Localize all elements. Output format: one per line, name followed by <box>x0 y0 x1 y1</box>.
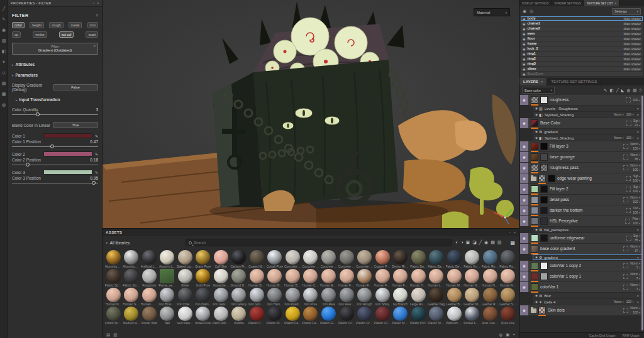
effect-visibility-toggle[interactable]: ◉ <box>535 294 538 297</box>
material-item[interactable]: Concrete B... <box>284 250 302 269</box>
effect-visibility-toggle[interactable]: ◉ <box>535 107 538 110</box>
material-item[interactable]: Iron Pure <box>302 288 320 307</box>
close-tab-icon[interactable]: × <box>541 80 543 84</box>
blend-mode-dropdown[interactable]: Pthr ▾ <box>632 217 640 221</box>
layer-mask-thumbnail[interactable] <box>540 234 548 242</box>
eye-icon[interactable]: ◉ <box>523 57 525 61</box>
material-item[interactable]: Fabric Rou... <box>499 250 517 269</box>
layer-mask-thumbnail[interactable] <box>540 217 548 225</box>
material-item[interactable]: Human La... <box>427 269 445 288</box>
layer-row[interactable]: ◉ ◧ Stylized_Shading Norm ▾ 100 ▾ <box>533 112 642 117</box>
delete-layer-icon[interactable]: ▯ <box>639 88 641 93</box>
material-item[interactable]: Plastic Grid... <box>374 307 392 325</box>
opacity-dropdown[interactable]: 100 ▾ <box>633 146 640 151</box>
material-item[interactable]: Plastic Dia... <box>266 307 284 325</box>
remove-effect-button[interactable]: × <box>636 107 639 111</box>
panel-tab[interactable]: TEXTURE SET LIST × <box>584 0 619 6</box>
material-item[interactable]: Human Fo... <box>391 269 409 288</box>
material-item[interactable]: Rama_vert... <box>158 269 177 288</box>
color-quantity-slider[interactable] <box>12 112 98 117</box>
material-item[interactable]: Iron Raw ... <box>338 288 356 307</box>
material-item[interactable]: Iron Ham... <box>266 288 284 307</box>
layers-scrollbar[interactable] <box>641 95 643 330</box>
material-item[interactable]: Iron Chain... <box>176 288 194 307</box>
parameters-section-header[interactable]: ▾ Parameters <box>12 73 98 77</box>
material-item[interactable]: Human Sh... <box>123 288 141 307</box>
color-position-slider[interactable] <box>12 163 98 167</box>
asset-filter-icon[interactable]: ◉ <box>484 240 488 245</box>
asset-filter-icon[interactable]: ◐ <box>455 240 458 245</box>
material-item[interactable]: Human M... <box>445 269 464 288</box>
blend-mode-dropdown[interactable]: Norm ▾ <box>630 261 640 266</box>
opacity-dropdown[interactable]: 7 ▾ <box>636 266 640 270</box>
tool-icon[interactable]: ✦ <box>2 60 6 64</box>
tool-icon[interactable]: ◇ <box>2 70 5 75</box>
slider-knob[interactable] <box>26 163 30 166</box>
layer-row[interactable]: ◉ ⚙ Blur × <box>533 293 642 298</box>
material-item[interactable]: Human Wr... <box>140 288 158 307</box>
layer-visibility-toggle[interactable]: ◉ <box>520 95 528 105</box>
material-item[interactable]: Human Ey... <box>319 269 338 288</box>
dock-panel-icon[interactable]: ▫ <box>509 231 510 234</box>
material-item[interactable]: Iron Grainy <box>230 288 248 307</box>
channel-button[interactable]: sct col <box>59 31 74 38</box>
layer-thumbnail[interactable] <box>531 245 538 253</box>
material-item[interactable]: Fabric Den... <box>445 250 464 269</box>
filter-resource-slot[interactable]: Filter Gradient (Outdated) × <box>12 43 98 55</box>
material-item[interactable]: Plastic PVC <box>409 307 428 325</box>
opacity-dropdown[interactable]: 100 ▾ <box>633 168 640 172</box>
layer-mask-thumbnail[interactable] <box>540 262 548 270</box>
layer-thumbnail[interactable] <box>531 283 538 291</box>
material-item[interactable]: Pocket Fab... <box>463 307 481 325</box>
add-group-icon[interactable]: ▤ <box>633 88 636 93</box>
material-item[interactable]: Cobalt Pure <box>266 250 284 269</box>
texture-set-row[interactable]: ◉ eyes Main shader <box>521 31 643 36</box>
opacity-dropdown[interactable]: 35 ▾ <box>635 238 640 243</box>
layer-row[interactable]: ◉ Fill layer 3 Norm ▾ <box>520 141 642 151</box>
layer-mask-thumbnail[interactable] <box>540 164 548 172</box>
material-item[interactable]: Fabric Ba... <box>409 250 428 269</box>
layer-visibility-toggle[interactable]: ◉ <box>520 233 528 243</box>
channel-button[interactable]: op <box>12 31 21 38</box>
layer-visibility-toggle[interactable]: ◉ <box>520 216 528 226</box>
material-item[interactable]: Leather M... <box>463 288 481 307</box>
add-asset-icon[interactable]: + <box>513 332 515 337</box>
layer-row[interactable]: ◉ colorVar 1 Norm ▾ <box>520 282 642 292</box>
asset-search[interactable] <box>186 239 452 246</box>
layer-visibility-toggle[interactable]: ◉ <box>520 184 528 194</box>
material-item[interactable]: Leather bag <box>427 288 445 307</box>
blend-mode-dropdown[interactable]: Norm ▾ <box>630 244 640 249</box>
material-item[interactable]: Pebble <box>230 307 248 325</box>
asset-filter-icon[interactable]: ◪ <box>472 240 477 245</box>
blend-mode-dropdown[interactable]: Norm ▾ <box>630 283 640 287</box>
blend-mode-dropdown[interactable]: Norm ▾ <box>630 163 640 168</box>
texture-set-row[interactable]: ◉ BoopEyes <box>521 72 643 76</box>
layer-thumbnail[interactable] <box>531 273 538 280</box>
layer-row[interactable]: ◉ ⚙ gradient × <box>533 254 642 260</box>
texture-set-row[interactable]: ◉ floor Main shader <box>521 36 643 41</box>
effect-visibility-toggle[interactable]: ◉ <box>535 136 538 139</box>
layer-thumbnail[interactable] <box>531 196 538 204</box>
opacity-dropdown[interactable]: 100 ▾ <box>633 221 640 226</box>
material-item[interactable]: Coated Ma... <box>248 250 266 269</box>
color-swatch[interactable] <box>43 170 92 175</box>
layer-thumbnail[interactable] <box>531 217 538 225</box>
layer-visibility-toggle[interactable]: ◉ <box>520 305 528 315</box>
blend-mode-dropdown[interactable]: Norm ▾ <box>630 272 640 276</box>
color-position-slider[interactable] <box>12 144 98 149</box>
opacity-dropdown[interactable]: 100 ▾ <box>626 136 634 140</box>
panel-tab[interactable]: SHADER SETTINGS <box>552 0 584 6</box>
material-item[interactable]: Gouache ... <box>212 269 230 288</box>
texture-set-row[interactable]: ◉ frame Main shader <box>521 41 643 46</box>
material-item[interactable]: Fabric Soft ... <box>123 269 141 288</box>
search-input[interactable] <box>194 241 448 244</box>
material-item[interactable]: Calf Skin <box>212 250 230 269</box>
opacity-dropdown[interactable]: 100 ▾ <box>633 210 640 215</box>
layer-thumbnail[interactable] <box>531 119 538 127</box>
layer-visibility-toggle[interactable]: ◉ <box>520 244 528 254</box>
clear-filter-icon[interactable]: × <box>93 44 96 48</box>
slider-knob[interactable] <box>92 181 96 185</box>
opacity-dropdown[interactable]: 7 ▾ <box>636 287 640 292</box>
eye-icon[interactable]: ◉ <box>523 37 525 41</box>
material-item[interactable]: Ivy Branch <box>391 288 409 307</box>
